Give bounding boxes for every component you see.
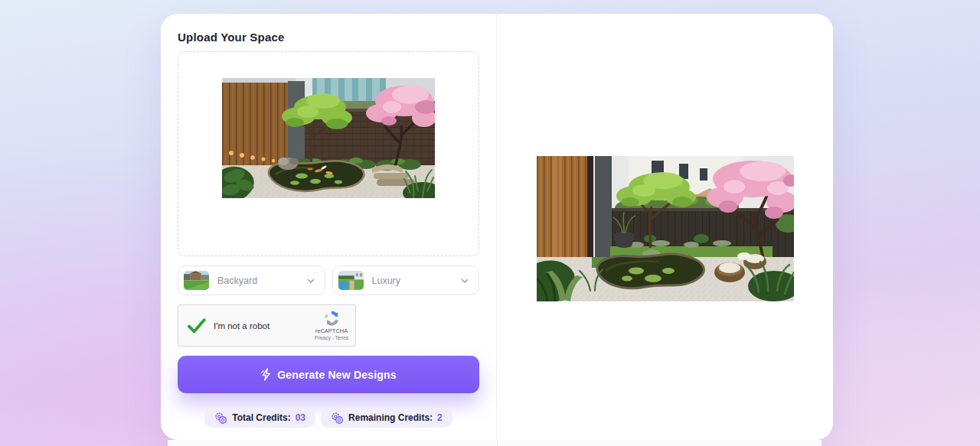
upload-dropzone[interactable] (178, 51, 479, 256)
space-type-select[interactable]: Backyard (178, 265, 325, 295)
generate-designs-button[interactable]: Generate New Designs (178, 356, 479, 393)
coins-icon (214, 412, 227, 425)
recaptcha-widget: I'm not a robot reCAPTCHA Privacy - Term… (178, 304, 356, 347)
chevron-down-icon (460, 276, 469, 285)
design-style-select[interactable]: Luxury (332, 265, 480, 295)
design-style-value: Luxury (372, 275, 401, 286)
remaining-credits-badge: Remaining Credits: 2 (321, 408, 452, 428)
total-credits-badge: Total Credits: 03 (204, 408, 315, 428)
total-credits-label: Total Credits: (232, 412, 290, 423)
recaptcha-brand-text: reCAPTCHA (313, 327, 350, 334)
main-card: Upload Your Space (161, 14, 833, 440)
panel-divider (497, 440, 498, 446)
results-panel (496, 14, 833, 440)
credits-row: Total Credits: 03 Remaining Credits: 2 (178, 408, 479, 428)
space-type-value: Backyard (217, 275, 257, 286)
recaptcha-logo-icon (323, 310, 340, 327)
chevron-down-icon (306, 276, 315, 285)
coins-icon (331, 412, 344, 425)
recaptcha-branding: reCAPTCHA Privacy - Terms (313, 310, 350, 341)
backyard-thumbnail (184, 271, 209, 290)
next-card-edge (168, 440, 822, 446)
generated-design-image[interactable] (537, 156, 794, 301)
generate-button-label: Generate New Designs (277, 369, 397, 381)
recaptcha-checkbox-checked[interactable] (186, 315, 207, 336)
page-title: Upload Your Space (178, 31, 479, 44)
remaining-credits-value: 2 (437, 412, 443, 423)
upload-panel: Upload Your Space (161, 14, 496, 440)
design-options-row: Backyard Luxury (178, 265, 479, 295)
luxury-thumbnail (338, 271, 364, 290)
recaptcha-label: I'm not a robot (214, 321, 270, 330)
remaining-credits-label: Remaining Credits: (348, 412, 433, 423)
recaptcha-privacy-terms-links[interactable]: Privacy - Terms (313, 335, 350, 341)
total-credits-value: 03 (296, 412, 305, 423)
lightning-bolt-icon (260, 368, 272, 381)
uploaded-space-image (222, 78, 435, 198)
